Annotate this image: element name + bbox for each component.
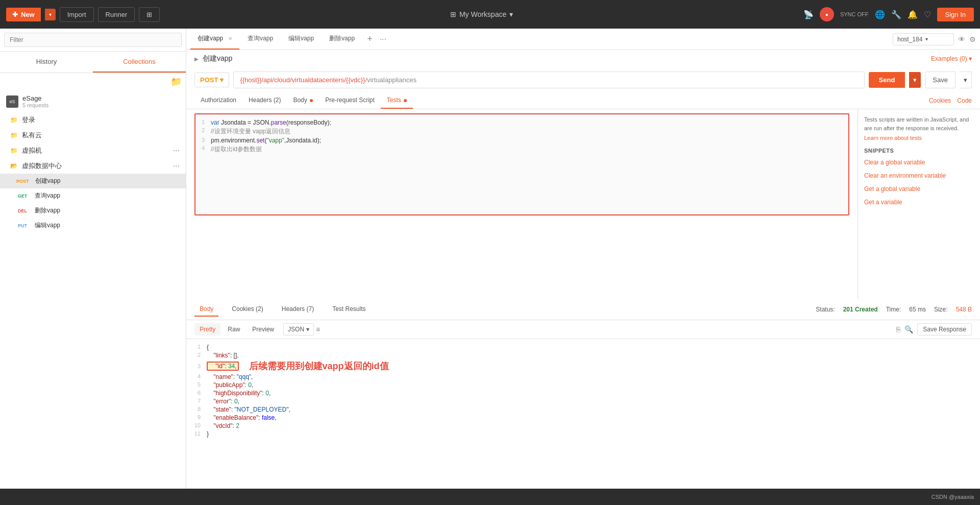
req-tab-tests[interactable]: Tests (381, 92, 413, 109)
search-icon[interactable]: 🔍 (904, 325, 913, 333)
headers-count: 2 (276, 97, 279, 104)
annotation-text: 后续需要用到创建vapp返回的id值 (249, 360, 389, 372)
json-line-4: 4 "name": "qqq", (186, 373, 980, 381)
size-value: 548 B (956, 306, 972, 313)
heart-icon[interactable]: ♡ (924, 10, 931, 19)
env-dropdown[interactable]: host_184 ▾ (893, 33, 954, 45)
request-bianji-vapp[interactable]: PUT 编辑vapp (0, 218, 186, 233)
snippet-clear-env[interactable]: Clear an environment variable (864, 171, 974, 180)
folder-more-icon[interactable]: ··· (173, 146, 180, 155)
sidebar-items: eS eSage 5 requests 📁 登录 📁 私有云 📁 虚拟机 ··· (0, 90, 186, 489)
snippet-get-var[interactable]: Get a variable (864, 198, 974, 207)
code-line-4: 4 //提取出id参数数据 (195, 145, 848, 154)
view-tab-pretty[interactable]: Pretty (194, 323, 220, 335)
req-tab-body[interactable]: Body (287, 92, 319, 109)
json-linenum-4: 4 (186, 373, 207, 379)
json-linenum-1: 1 (186, 344, 207, 350)
response-status: Status: 201 Created Time: 65 ms Size: 54… (816, 306, 972, 313)
line-num-4: 4 (195, 145, 211, 154)
json-linenum-9: 9 (186, 414, 207, 420)
add-tab-button[interactable]: + (363, 34, 377, 44)
satellite-icon[interactable]: 📡 (803, 10, 814, 19)
tab-chuangjian-vapp[interactable]: 创建vapp ✕ (190, 29, 239, 50)
url-input[interactable]: {{host}}/api/cloud/virtualdatacenters/{{… (233, 71, 864, 88)
env-eye-icon[interactable]: 👁 (958, 35, 965, 43)
snippet-get-global[interactable]: Get a global variable (864, 184, 974, 194)
more-tabs-button[interactable]: ··· (378, 35, 388, 44)
tab-shanchu-vapp[interactable]: 删除vapp (322, 29, 362, 50)
json-line-3: 3 "id": 34, 后续需要用到创建vapp返回的id值 (186, 359, 980, 373)
esage-avatar: eS (6, 95, 18, 108)
save-response-button[interactable]: Save Response (917, 323, 972, 335)
request-chuangjian-label: 创建vapp (35, 177, 61, 185)
workspace-label: My Workspace (459, 10, 506, 18)
folder-denglu[interactable]: 📁 登录 (0, 112, 186, 128)
topbar: ✚ New ▾ Import Runner ⊞ ⊞ My Workspace ▾… (0, 0, 980, 29)
resp-tab-headers[interactable]: Headers (7) (277, 302, 319, 317)
send-dropdown-button[interactable]: ▾ (909, 72, 921, 88)
json-linenum-7: 7 (186, 398, 207, 404)
view-tab-raw[interactable]: Raw (223, 323, 245, 335)
time-label: Time: (886, 306, 901, 313)
right-panel: 创建vapp ✕ 查询vapp 编辑vapp 删除vapp + ··· host… (186, 29, 980, 489)
resp-tab-body[interactable]: Body (194, 302, 218, 317)
globe-icon[interactable]: 🌐 (875, 10, 885, 19)
collection-esage[interactable]: eS eSage 5 requests (0, 90, 186, 112)
layout-button[interactable]: ⊞ (139, 7, 160, 22)
tab-collections[interactable]: Collections (93, 52, 186, 73)
add-folder-button[interactable]: 📁 (170, 76, 182, 87)
url-host-param: {{host}}/api/cloud/virtualdatacenters/ (240, 76, 346, 84)
json-line-2: 2 "links": [], (186, 351, 980, 359)
new-button[interactable]: ✚ New (6, 8, 41, 21)
tab-bianji-vapp[interactable]: 编辑vapp (281, 29, 321, 50)
cookies-link[interactable]: Cookies (929, 97, 951, 104)
runner-button[interactable]: Runner (98, 7, 135, 22)
json-linenum-5: 5 (186, 381, 207, 388)
snippet-clear-global[interactable]: Clear a global variable (864, 158, 974, 167)
save-button[interactable]: Save (925, 71, 955, 88)
bell-icon[interactable]: 🔔 (908, 10, 918, 19)
wrap-icon[interactable]: ≡ (316, 325, 320, 333)
examples-link[interactable]: Examples (0) ▾ (931, 55, 972, 62)
resp-tab-cookies[interactable]: Cookies (2) (227, 302, 268, 317)
folder-xunijudc-more[interactable]: ··· (173, 161, 180, 171)
time-value: 65 ms (909, 306, 926, 313)
signin-button[interactable]: Sign In (937, 8, 974, 21)
resp-tab-testresults[interactable]: Test Results (327, 302, 371, 317)
save-dropdown-button[interactable]: ▾ (960, 71, 972, 88)
copy-icon[interactable]: ⎘ (896, 325, 900, 333)
code-editor[interactable]: 1 var Jsondata = JSON.parse(responseBody… (194, 113, 849, 215)
folder-siyuyun[interactable]: 📁 私有云 (0, 128, 186, 143)
filter-input[interactable] (4, 33, 182, 47)
req-tab-headers[interactable]: Headers (2) (242, 92, 287, 109)
grid-icon: ⊞ (450, 10, 456, 18)
folder-xuniji[interactable]: 📁 虚拟机 ··· (0, 143, 186, 158)
tab-history[interactable]: History (0, 52, 93, 73)
snippets-desc: Tests scripts are written in JavaScript,… (864, 115, 974, 132)
topbar-right: 📡 ● SYNC OFF 🌐 🔧 🔔 ♡ Sign In (803, 7, 974, 21)
import-button[interactable]: Import (60, 7, 94, 22)
view-tab-preview[interactable]: Preview (247, 323, 279, 335)
new-dropdown-arrow[interactable]: ▾ (45, 9, 56, 20)
request-shanchu-vapp[interactable]: DEL 删除vapp (0, 203, 186, 218)
code-link[interactable]: Code (957, 97, 972, 104)
folder-xunijudc[interactable]: 📂 虚拟数据中心 ··· (0, 158, 186, 174)
esage-name: eSage (22, 94, 48, 102)
tab-close-0[interactable]: ✕ (228, 36, 232, 41)
send-button[interactable]: Send (869, 72, 905, 88)
request-chaxun-vapp[interactable]: GET 查询vapp (0, 188, 186, 203)
req-tab-auth[interactable]: Authorization (194, 92, 242, 109)
request-chuangjian-vapp[interactable]: POST 创建vapp (0, 174, 186, 188)
method-selector[interactable]: POST ▾ (194, 73, 229, 87)
json-content-9: "enableBalance": false, (207, 414, 277, 421)
bottom-text: CSDN @yaaaxia (932, 494, 974, 500)
learn-more-link[interactable]: Learn more about tests (864, 135, 922, 141)
headers-label: Headers (249, 97, 272, 104)
env-gear-icon[interactable]: ⚙ (969, 35, 976, 43)
workspace-selector[interactable]: ⊞ My Workspace ▾ (164, 10, 799, 18)
format-selector[interactable]: JSON ▾ (283, 323, 314, 335)
sidebar: History Collections 📁 eS eSage 5 request… (0, 29, 186, 489)
wrench-icon[interactable]: 🔧 (891, 10, 901, 19)
req-tab-prerequest[interactable]: Pre-request Script (319, 92, 381, 109)
tab-chaxun-vapp[interactable]: 查询vapp (240, 29, 280, 50)
